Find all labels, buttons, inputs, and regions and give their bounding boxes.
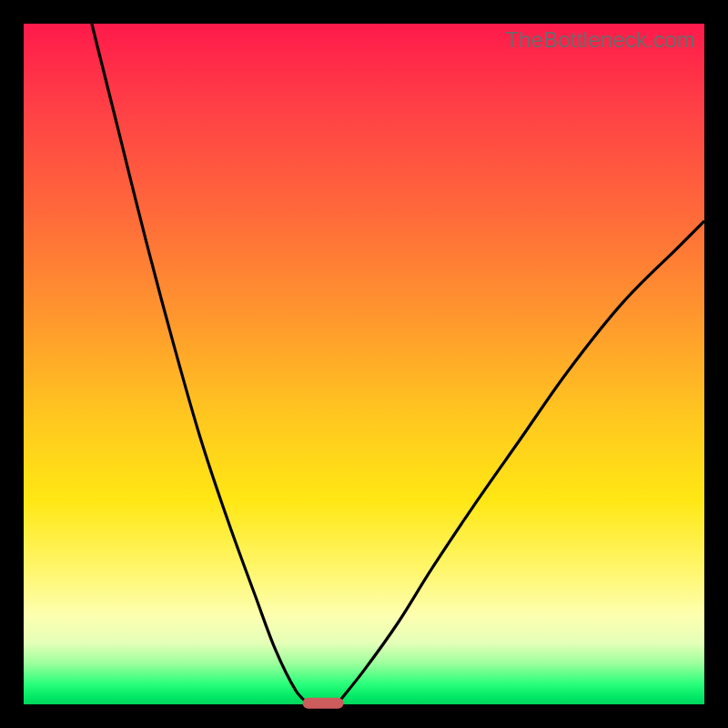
bottleneck-curve [24,24,704,704]
optimal-marker [303,698,344,709]
plot-area: TheBottleneck.com [24,24,704,704]
chart-frame: TheBottleneck.com [0,0,728,728]
curve-right-path [337,221,704,704]
curve-left-path [92,24,309,704]
